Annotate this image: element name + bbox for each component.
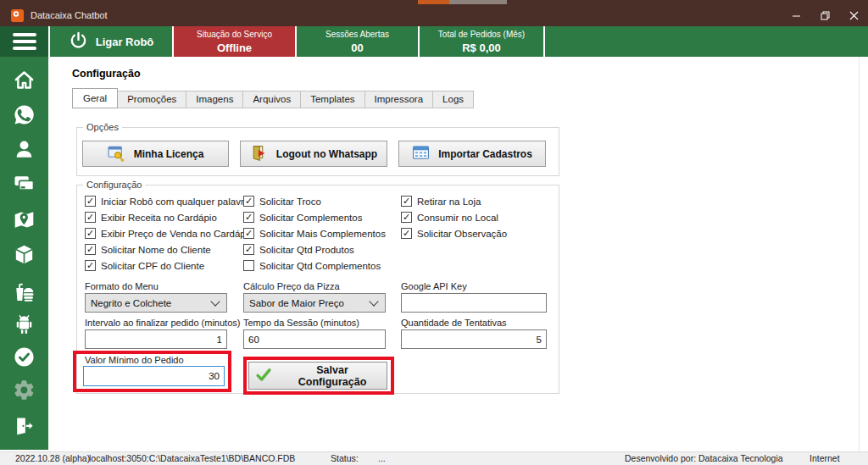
button-label: Logout no Whatsapp — [276, 148, 377, 160]
config-legend: Configuração — [83, 180, 145, 190]
tentativas-input[interactable] — [401, 329, 547, 349]
formato-menu-value: Negrito e Colchete — [91, 298, 171, 308]
button-label: Importar Cadastros — [438, 148, 532, 160]
checkbox-checked[interactable] — [85, 244, 96, 255]
fastfood-icon — [13, 281, 36, 307]
sidebar-item-cards[interactable] — [9, 170, 38, 199]
tab-templates[interactable]: Templates — [300, 91, 364, 108]
checkbox-label: Solicitar Troco — [259, 197, 321, 207]
checkbox-row: Solicitar CPF do Cliente — [85, 259, 204, 272]
sidebar-item-fastfood[interactable] — [9, 280, 38, 308]
checkbox-unchecked[interactable] — [243, 260, 254, 271]
version-label: 2022.10.28 (alpha) — [15, 453, 90, 463]
sidebar-item-package[interactable] — [9, 241, 38, 270]
status-badge: Offline — [217, 42, 252, 53]
salvar-configuracao-button[interactable]: Salvar Configuração — [248, 362, 387, 390]
checkbox-checked[interactable] — [243, 196, 254, 207]
checkbox-label: Solicitar Observação — [417, 229, 507, 239]
checkbox-label: Solicitar Nome do Cliente — [101, 245, 211, 255]
database-path: localhost:3050:C:\DatacaixaTeste1\BD\BAN… — [89, 453, 295, 463]
title-bar: Datacaixa Chatbot — [0, 4, 868, 26]
exit-icon — [13, 415, 36, 441]
checkbox-label: Consumir no Local — [417, 213, 498, 223]
developer-label: Desenvolvido por: Datacaixa Tecnologia — [625, 453, 783, 463]
tempo-sessao-input[interactable] — [243, 329, 386, 349]
sidebar-item-map-pin[interactable] — [9, 207, 38, 235]
opcoes-legend: Opções — [83, 122, 122, 132]
checkbox-row: Solicitar Nome do Cliente — [85, 243, 211, 256]
header-filler — [545, 26, 868, 57]
formato-menu-label: Formato do Menu — [85, 281, 159, 291]
tab-arquivos[interactable]: Arquivos — [242, 91, 301, 108]
checkbox-checked[interactable] — [401, 212, 412, 223]
checkbox-checked[interactable] — [85, 228, 96, 239]
whatsapp-icon — [13, 103, 36, 130]
formato-menu-select[interactable]: Negrito e Colchete — [85, 293, 227, 313]
sidebar-item-exit[interactable] — [9, 413, 38, 442]
minimize-button[interactable] — [782, 4, 810, 26]
checkbox-row: Iniciar Robô com qualquer palavra — [85, 195, 249, 208]
sidebar-item-gear[interactable] — [9, 377, 38, 406]
panel-label: Sessões Abertas — [326, 30, 389, 39]
checkbox-label: Solicitar Mais Complementos — [259, 229, 386, 239]
tab-promoções[interactable]: Promoções — [117, 91, 186, 108]
sidebar-item-android[interactable] — [9, 312, 38, 340]
checkbox-checked[interactable] — [401, 196, 412, 207]
checkbox-row: Retirar na Loja — [401, 195, 481, 208]
google-api-key-label: Google API Key — [401, 281, 467, 291]
checkbox-label: Solicitar CPF do Cliente — [101, 261, 204, 271]
checkbox-checked[interactable] — [243, 244, 254, 255]
cards-icon — [13, 172, 36, 198]
tab-impressora[interactable]: Impressora — [364, 91, 434, 108]
sidebar-item-home[interactable] — [9, 67, 38, 96]
checkbox-row: Solicitar Observação — [401, 227, 507, 240]
tab-geral[interactable]: Geral — [72, 88, 118, 108]
logout-no-whatsapp-button[interactable]: Logout no Whatsapp — [240, 141, 387, 167]
checkbox-row: Solicitar Troco — [243, 195, 321, 208]
import-table-icon — [412, 144, 430, 164]
check-circle-icon — [13, 346, 36, 372]
checkbox-checked[interactable] — [401, 228, 412, 239]
checkbox-label: Solicitar Qtd Complementos — [259, 261, 381, 271]
valor-minimo-input[interactable] — [83, 366, 225, 386]
intervalo-input[interactable] — [85, 329, 227, 349]
tempo-sessao-label: Tempo da Sessão (minutos) — [243, 318, 359, 328]
panel-value: 00 — [351, 42, 363, 53]
power-icon — [69, 30, 88, 53]
package-icon — [13, 243, 36, 269]
menu-button[interactable] — [0, 26, 48, 57]
checkbox-checked[interactable] — [85, 196, 96, 207]
ligar-robo-button[interactable]: Ligar Robô — [50, 26, 172, 57]
checkbox-checked[interactable] — [85, 212, 96, 223]
checkbox-checked[interactable] — [243, 212, 254, 223]
sidebar-item-whatsapp[interactable] — [9, 102, 38, 130]
status-value: ... — [378, 453, 386, 463]
panel-total-pedidos: Total de Pedidos (Mês) R$ 0,00 — [420, 26, 543, 57]
button-label: Minha Licença — [134, 148, 204, 160]
page-title: Configuração — [72, 68, 141, 80]
intervalo-label: Intervalo ao finalizar pedido (minutos) — [85, 318, 240, 328]
sidebar-item-check-circle[interactable] — [9, 344, 38, 373]
hamburger-icon — [13, 33, 36, 36]
checkbox-checked[interactable] — [85, 260, 96, 271]
calculo-pizza-select[interactable]: Sabor de Maior Preço — [243, 293, 386, 313]
minha-licença-button[interactable]: Minha Licença — [82, 141, 229, 167]
restore-button[interactable] — [810, 4, 839, 26]
checkbox-row: Solicitar Qtd Complementos — [243, 259, 381, 272]
panel-sessoes-abertas: Sessões Abertas 00 — [297, 26, 418, 57]
tab-logs[interactable]: Logs — [432, 91, 474, 108]
status-label: Status: — [331, 453, 359, 463]
tab-imagens[interactable]: Imagens — [186, 91, 243, 108]
checkbox-row: Consumir no Local — [401, 211, 498, 224]
user-icon — [13, 138, 36, 164]
checkbox-label: Iniciar Robô com qualquer palavra — [101, 197, 249, 207]
sidebar-item-user[interactable] — [9, 136, 38, 165]
valor-minimo-label: Valor Mínimo do Pedido — [85, 355, 184, 365]
close-button[interactable] — [839, 4, 868, 26]
checkbox-label: Retirar na Loja — [417, 197, 481, 207]
google-api-key-input[interactable] — [401, 293, 547, 313]
checkbox-checked[interactable] — [243, 228, 254, 239]
map-pin-icon — [13, 208, 36, 235]
checkbox-row: Solicitar Qtd Produtos — [243, 243, 354, 256]
importar-cadastros-button[interactable]: Importar Cadastros — [398, 141, 546, 167]
